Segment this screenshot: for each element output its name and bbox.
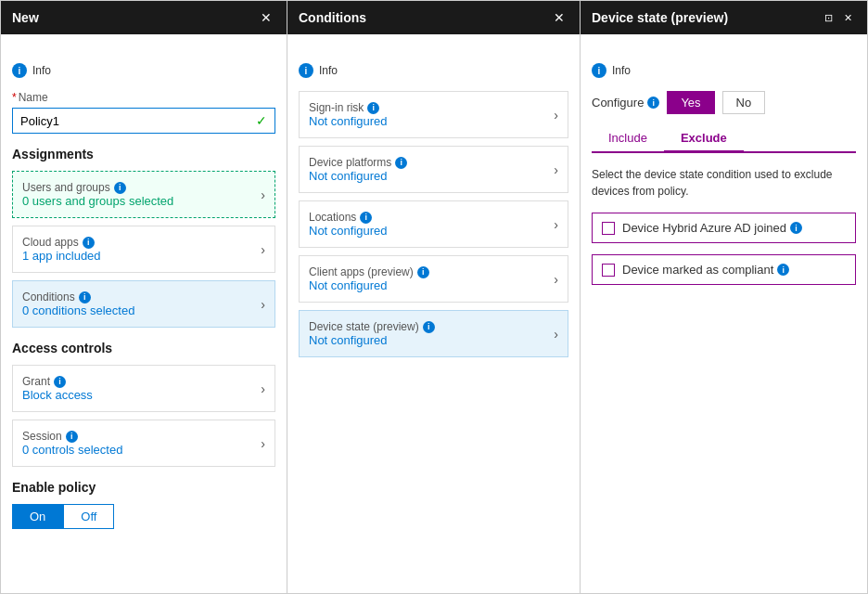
device-state-panel-header: Device state (preview) ⊡ ✕ — [581, 1, 867, 34]
locations-label: Locations i — [309, 211, 388, 224]
cloud-apps-label: Cloud apps i — [22, 236, 101, 249]
sign-in-risk-label: Sign-in risk i — [309, 101, 388, 114]
session-info-icon: i — [66, 431, 78, 443]
client-apps-value: Not configured — [309, 278, 429, 292]
device-compliant-checkbox[interactable] — [602, 264, 615, 277]
name-field-group: *Name Policy1 ✓ — [12, 91, 275, 134]
users-groups-label: Users and groups i — [22, 181, 173, 194]
new-panel-body: CramKey CramKey CramKey CramKey CramKey … — [1, 34, 287, 593]
conditions-panel-header: Conditions ✕ — [287, 1, 580, 34]
new-info-text: Info — [32, 64, 51, 77]
cloud-apps-item[interactable]: Cloud apps i 1 app included › — [12, 226, 275, 273]
users-groups-chevron: › — [261, 187, 265, 202]
configure-no-button[interactable]: No — [722, 91, 766, 114]
session-content: Session i 0 controls selected — [22, 430, 122, 457]
window-controls: ⊡ ✕ — [821, 10, 856, 26]
grant-item[interactable]: Grant i Block access › — [12, 365, 275, 412]
device-state-value: Not configured — [309, 333, 435, 347]
device-state-close-button[interactable]: ✕ — [840, 10, 856, 26]
users-groups-info-icon: i — [114, 182, 126, 194]
tab-row: Include Exclude — [592, 125, 856, 153]
session-item[interactable]: Session i 0 controls selected › — [12, 420, 275, 467]
toggle-group: On Off — [12, 504, 275, 529]
info-icon-middle: i — [299, 63, 313, 78]
cloud-apps-chevron: › — [261, 242, 265, 257]
users-groups-item[interactable]: Users and groups i 0 users and groups se… — [12, 171, 275, 218]
toggle-on-button[interactable]: On — [12, 504, 63, 529]
session-chevron: › — [261, 436, 265, 451]
device-compliant-info-icon: i — [777, 264, 789, 276]
info-icon-left: i — [12, 63, 27, 78]
conditions-label: Conditions i — [22, 291, 134, 303]
conditions-chevron: › — [261, 297, 265, 312]
grant-chevron: › — [261, 381, 265, 396]
locations-chevron: › — [554, 217, 558, 232]
device-platforms-item[interactable]: Device platforms i Not configured › — [299, 146, 568, 193]
watermark-right: CramKey CramKey CramKey CramKey CramKey … — [592, 44, 856, 63]
name-label: *Name — [12, 91, 275, 104]
conditions-info-icon: i — [79, 291, 91, 303]
device-platforms-chevron: › — [554, 162, 558, 177]
configure-info-icon: i — [647, 97, 659, 109]
device-state-info-text: Info — [612, 64, 631, 77]
client-apps-item[interactable]: Client apps (preview) i Not configured › — [299, 255, 568, 303]
device-state-panel-title: Device state (preview) — [592, 10, 728, 25]
new-panel-title: New — [12, 10, 39, 25]
device-state-content: Device state (preview) i Not configured — [309, 320, 435, 347]
sign-in-risk-item[interactable]: Sign-in risk i Not configured › — [299, 91, 568, 138]
device-hybrid-label: Device Hybrid Azure AD joined i — [622, 221, 802, 235]
grant-content: Grant i Block access — [22, 375, 93, 402]
cloud-apps-value: 1 app included — [22, 249, 101, 263]
grant-info-icon: i — [54, 376, 66, 388]
restore-button[interactable]: ⊡ — [821, 10, 836, 26]
locations-content: Locations i Not configured — [309, 211, 388, 238]
cloud-apps-content: Cloud apps i 1 app included — [22, 236, 101, 263]
toggle-off-button[interactable]: Off — [63, 504, 114, 529]
enable-policy-section: Enable policy On Off — [12, 480, 275, 529]
tab-include[interactable]: Include — [592, 125, 664, 151]
device-platforms-value: Not configured — [309, 169, 407, 183]
client-apps-info-icon: i — [417, 266, 429, 278]
session-value: 0 controls selected — [22, 443, 122, 457]
info-icon-right: i — [592, 63, 606, 78]
new-panel-header: New ✕ — [1, 1, 287, 34]
configure-label: Configure i — [592, 96, 659, 110]
device-hybrid-checkbox-row[interactable]: Device Hybrid Azure AD joined i — [592, 213, 856, 243]
tab-exclude[interactable]: Exclude — [664, 125, 744, 153]
new-panel-close[interactable]: ✕ — [257, 8, 275, 27]
name-input[interactable]: Policy1 ✓ — [12, 108, 275, 134]
new-panel: New ✕ CramKey CramKey CramKey CramKey Cr… — [0, 0, 287, 594]
device-state-info-bar: i Info — [592, 63, 856, 78]
exclude-description: Select the device state condition used t… — [592, 166, 856, 200]
locations-item[interactable]: Locations i Not configured › — [299, 200, 568, 248]
configure-yes-button[interactable]: Yes — [667, 91, 714, 114]
assignments-title: Assignments — [12, 147, 275, 161]
device-state-panel: Device state (preview) ⊡ ✕ CramKey CramK… — [581, 0, 868, 594]
session-label: Session i — [22, 430, 122, 443]
device-hybrid-info-icon: i — [790, 222, 802, 234]
users-groups-value: 0 users and groups selected — [22, 194, 173, 208]
device-state-item[interactable]: Device state (preview) i Not configured … — [299, 310, 568, 357]
conditions-info-bar: i Info — [299, 63, 568, 78]
conditions-panel: Conditions ✕ CramKey CramKey CramKey Cra… — [287, 0, 581, 594]
device-compliant-checkbox-row[interactable]: Device marked as compliant i — [592, 254, 856, 285]
sign-in-risk-content: Sign-in risk i Not configured — [309, 101, 388, 128]
access-controls-title: Access controls — [12, 341, 275, 355]
device-platforms-info-icon: i — [395, 157, 407, 169]
locations-value: Not configured — [309, 224, 388, 238]
users-groups-content: Users and groups i 0 users and groups se… — [22, 181, 173, 208]
conditions-panel-close[interactable]: ✕ — [550, 8, 568, 27]
watermark-middle: CramKey CramKey CramKey CramKey CramKey … — [299, 44, 568, 63]
watermark-left: CramKey CramKey CramKey CramKey CramKey … — [12, 44, 275, 63]
client-apps-content: Client apps (preview) i Not configured — [309, 265, 429, 292]
device-state-info-icon: i — [423, 321, 435, 333]
device-state-label: Device state (preview) i — [309, 320, 435, 333]
locations-info-icon: i — [360, 212, 372, 224]
conditions-info-text: Info — [319, 64, 338, 77]
sign-in-risk-info-icon: i — [367, 102, 379, 114]
device-hybrid-checkbox[interactable] — [602, 222, 615, 235]
cloud-apps-info-icon: i — [83, 237, 95, 249]
device-state-panel-body: CramKey CramKey CramKey CramKey CramKey … — [581, 34, 867, 593]
conditions-item[interactable]: Conditions i 0 conditions selected › — [12, 280, 275, 328]
sign-in-risk-chevron: › — [554, 108, 558, 123]
